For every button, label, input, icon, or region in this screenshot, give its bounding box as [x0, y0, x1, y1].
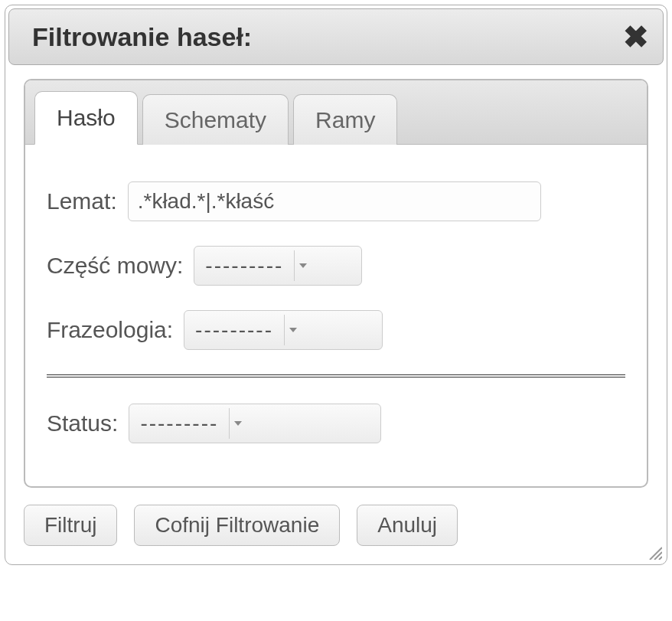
undo-filter-button[interactable]: Cofnij Filtrowanie [134, 505, 340, 546]
pos-label: Część mowy: [47, 253, 183, 279]
chevron-down-icon [294, 250, 311, 281]
resize-grip-icon[interactable] [645, 543, 662, 560]
close-icon[interactable]: ✖ [623, 21, 649, 52]
lemat-label: Lemat: [47, 188, 117, 214]
tab-panel-haslo: Lemat: Część mowy: --------- Frazeologia… [25, 145, 647, 486]
tab-haslo[interactable]: Hasło [34, 91, 138, 145]
filter-dialog: Filtrowanie haseł: ✖ Hasło Schematy Ramy… [5, 5, 667, 565]
tab-label: Ramy [315, 107, 375, 133]
tab-ramy[interactable]: Ramy [293, 94, 397, 145]
dialog-title: Filtrowanie haseł: [32, 22, 252, 52]
fraz-label: Frazeologia: [47, 317, 173, 343]
filter-button[interactable]: Filtruj [24, 505, 117, 546]
cancel-button[interactable]: Anuluj [357, 505, 458, 546]
dialog-body: Hasło Schematy Ramy Lemat: Część mowy: [5, 68, 667, 564]
pos-select[interactable]: --------- [194, 246, 362, 286]
status-label: Status: [47, 410, 118, 436]
tab-label: Hasło [57, 105, 116, 131]
status-value: --------- [140, 411, 229, 436]
svg-line-2 [659, 557, 662, 560]
chevron-down-icon [284, 315, 301, 345]
field-lemat: Lemat: [47, 181, 625, 221]
field-status: Status: --------- [47, 404, 625, 443]
fraz-select[interactable]: --------- [184, 310, 383, 350]
tabs-container: Hasło Schematy Ramy Lemat: Część mowy: [24, 79, 648, 488]
field-pos: Część mowy: --------- [47, 246, 625, 286]
tab-label: Schematy [165, 107, 266, 133]
field-fraz: Frazeologia: --------- [47, 310, 625, 350]
tab-header: Hasło Schematy Ramy [25, 80, 647, 145]
pos-value: --------- [205, 253, 294, 278]
chevron-down-icon [229, 408, 246, 439]
button-row: Filtruj Cofnij Filtrowanie Anuluj [24, 505, 648, 546]
fraz-value: --------- [195, 318, 284, 342]
dialog-titlebar[interactable]: Filtrowanie haseł: ✖ [8, 8, 664, 65]
status-select[interactable]: --------- [129, 404, 381, 443]
lemat-input[interactable] [128, 181, 541, 221]
separator [47, 374, 625, 378]
tab-schematy[interactable]: Schematy [142, 94, 289, 145]
